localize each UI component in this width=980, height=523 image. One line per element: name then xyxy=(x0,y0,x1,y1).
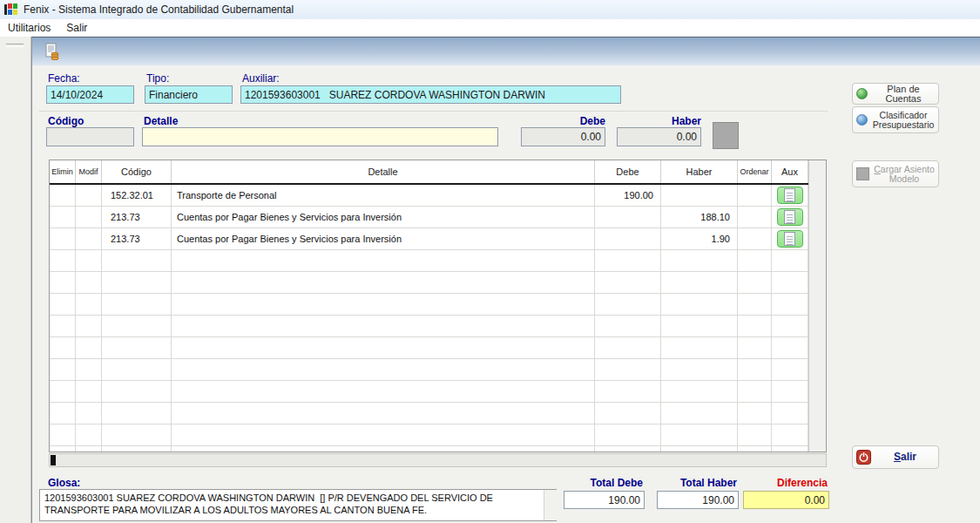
cell-aux xyxy=(772,337,808,358)
entry-action-button[interactable] xyxy=(713,122,739,149)
debe-input[interactable] xyxy=(521,127,605,146)
cell-haber xyxy=(661,316,738,336)
cell-elimin xyxy=(50,425,76,445)
document-icon xyxy=(784,232,795,246)
cell-ordenar xyxy=(738,272,772,293)
table-row xyxy=(50,272,808,294)
header-codigo: Código xyxy=(102,160,172,183)
cell-codigo: 152.32.01 xyxy=(102,185,172,206)
cell-elimin xyxy=(50,294,76,315)
blue-sphere-icon xyxy=(856,114,868,126)
detalle-input[interactable] xyxy=(142,127,498,146)
cell-modif xyxy=(76,446,102,452)
clasificador-presupuestario-button[interactable]: Clasificador Presupuestario xyxy=(852,106,939,133)
cell-modif xyxy=(76,403,102,424)
cell-haber: 188.10 xyxy=(661,207,738,228)
cell-codigo xyxy=(102,359,172,380)
cell-ordenar xyxy=(738,228,772,249)
table-row xyxy=(50,316,808,337)
cell-aux xyxy=(772,250,808,271)
cell-modif xyxy=(76,316,102,336)
cell-haber: 1.90 xyxy=(661,228,738,249)
cell-ordenar xyxy=(738,337,772,358)
cargar-asiento-modelo-button[interactable]: Cargar Asiento Modelo xyxy=(852,160,939,187)
cell-ordenar xyxy=(738,403,772,424)
cell-elimin xyxy=(50,381,76,402)
haber-input[interactable] xyxy=(617,127,701,146)
grey-square-icon xyxy=(856,167,869,180)
cargar-asiento-label: Cargar Asiento Modelo xyxy=(874,165,935,184)
header-modif: Modif xyxy=(76,160,102,183)
cell-detalle xyxy=(172,272,595,293)
cell-ordenar xyxy=(738,425,772,445)
table-horizontal-scrollbar[interactable] xyxy=(49,453,827,467)
cell-detalle xyxy=(172,316,595,336)
debe-label: Debe xyxy=(521,115,605,127)
cell-modif xyxy=(76,359,102,380)
table-right-strip xyxy=(808,160,826,452)
table-row xyxy=(50,403,808,425)
cell-elimin xyxy=(50,359,76,380)
tipo-field[interactable] xyxy=(145,85,233,104)
diferencia-label: Diferencia xyxy=(743,477,828,489)
menu-salir[interactable]: Salir xyxy=(58,20,95,36)
total-debe-label: Total Debe xyxy=(564,477,643,489)
cell-debe xyxy=(595,294,661,315)
cell-codigo: 213.73 xyxy=(102,228,172,249)
cell-elimin xyxy=(50,272,76,293)
cell-modif xyxy=(76,228,102,249)
cell-codigo xyxy=(102,403,172,424)
cell-detalle xyxy=(172,446,595,452)
cell-debe xyxy=(595,207,661,228)
cell-detalle: Cuentas por Pagar Bienes y Servicios par… xyxy=(172,228,595,249)
cell-haber xyxy=(661,337,738,358)
entries-table: Elimin Modif Código Detalle Debe Haber O… xyxy=(49,160,827,452)
plan-de-cuentas-button[interactable]: Plan de Cuentas xyxy=(852,83,939,105)
header-detalle: Detalle xyxy=(172,160,595,183)
cell-debe xyxy=(595,337,661,358)
total-haber-label: Total Haber xyxy=(657,477,737,489)
menu-utilitarios[interactable]: Utilitarios xyxy=(0,20,58,36)
cell-elimin xyxy=(50,250,76,271)
header-aux: Aux xyxy=(772,160,808,183)
auxiliar-label: Auxiliar: xyxy=(242,72,280,85)
cell-ordenar xyxy=(738,446,772,452)
fecha-field[interactable] xyxy=(46,85,134,104)
glosa-textarea[interactable]: 1201593603001 SUAREZ CORDOVA WASHINGTON … xyxy=(39,489,557,521)
fecha-label: Fecha: xyxy=(48,72,80,85)
aux-button[interactable] xyxy=(777,208,803,226)
auxiliar-field[interactable] xyxy=(240,85,621,104)
cell-modif xyxy=(76,425,102,445)
cell-haber xyxy=(661,425,738,445)
tipo-label: Tipo: xyxy=(146,72,169,85)
table-row xyxy=(50,446,808,452)
aux-button[interactable] xyxy=(777,187,803,204)
cell-ordenar xyxy=(738,316,772,336)
cell-elimin xyxy=(50,337,76,358)
cell-elimin xyxy=(50,228,76,249)
table-header: Elimin Modif Código Detalle Debe Haber O… xyxy=(50,160,808,185)
cell-debe xyxy=(595,316,661,336)
cell-detalle xyxy=(172,381,595,402)
cell-aux xyxy=(772,185,808,206)
codigo-input[interactable] xyxy=(46,127,134,146)
cell-elimin xyxy=(50,316,76,336)
table-row[interactable]: 213.73Cuentas por Pagar Bienes y Servici… xyxy=(50,207,808,228)
new-entry-button[interactable] xyxy=(40,41,63,62)
cell-detalle xyxy=(172,294,595,315)
aux-button[interactable] xyxy=(777,230,803,248)
salir-button[interactable]: Salir xyxy=(852,445,939,469)
cell-debe xyxy=(595,381,661,402)
app-window: Fenix - Sistema Integrado de Contabilida… xyxy=(0,0,980,523)
separator-line xyxy=(39,111,828,112)
glosa-scrollbar[interactable] xyxy=(544,490,558,520)
table-row[interactable]: 213.73Cuentas por Pagar Bienes y Servici… xyxy=(50,228,808,250)
scrollbar-thumb[interactable] xyxy=(51,455,56,465)
cell-ordenar xyxy=(738,250,772,271)
cell-detalle xyxy=(172,359,595,380)
cell-codigo xyxy=(102,316,172,336)
table-row[interactable]: 152.32.01Transporte de Personal190.00 xyxy=(50,185,808,207)
toolbar xyxy=(32,37,980,65)
splitter-handle[interactable] xyxy=(6,44,24,47)
left-panel-strip[interactable] xyxy=(0,37,31,523)
